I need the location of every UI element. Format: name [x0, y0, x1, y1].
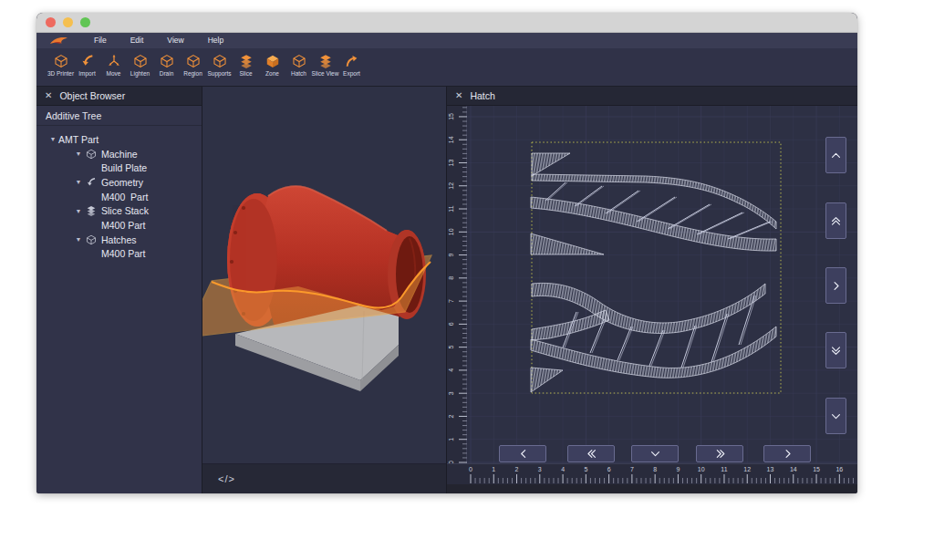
slice-view-stack-icon	[318, 53, 333, 68]
svg-text:2: 2	[515, 466, 519, 472]
svg-text:9: 9	[448, 254, 454, 257]
titlebar	[36, 13, 857, 33]
svg-text:12: 12	[448, 182, 454, 190]
svg-text:8: 8	[448, 276, 454, 280]
caret-down-icon[interactable]: ▼	[73, 208, 84, 214]
svg-text:13: 13	[448, 159, 454, 166]
tree-item-slice-stack[interactable]: ▼Slice Stack	[36, 203, 202, 218]
menu-item-view[interactable]: View	[155, 33, 195, 48]
caret-down-icon[interactable]: ▼	[73, 179, 84, 185]
toolbar-region-button[interactable]: Region	[180, 48, 206, 86]
drain-cube-icon	[160, 53, 174, 68]
svg-text:14: 14	[790, 466, 797, 472]
tree-item-m400-part[interactable]: M400 Part	[36, 190, 202, 204]
tree-item-geometry[interactable]: ▼Geometry	[36, 175, 202, 190]
chevron-double-left-icon	[585, 447, 598, 461]
toolbar-zone-button[interactable]: Zone	[259, 48, 285, 86]
step-left-button[interactable]	[499, 445, 546, 462]
close-window-button[interactable]	[46, 17, 56, 27]
tree-item-m400-part[interactable]: M400 Part	[36, 218, 202, 233]
step-up-button[interactable]	[825, 137, 846, 173]
jump-left-button[interactable]	[567, 445, 615, 462]
svg-text:0: 0	[469, 466, 472, 472]
svg-text:7: 7	[448, 299, 454, 303]
svg-text:11: 11	[721, 466, 727, 472]
chevron-left-icon	[516, 447, 530, 461]
tree-item-machine[interactable]: ▼Machine	[36, 147, 202, 161]
machine-cube-icon	[84, 149, 98, 160]
hatch-canvas[interactable]	[467, 106, 857, 463]
viewport-footer: </>	[202, 463, 446, 493]
close-object-browser-icon[interactable]: ✕	[45, 91, 52, 100]
supports-cube-icon	[213, 53, 227, 68]
caret-down-icon[interactable]: ▼	[73, 150, 84, 157]
svg-text:6: 6	[607, 466, 611, 472]
svg-text:16: 16	[835, 466, 843, 472]
toolbar-hatch-button[interactable]: Hatch	[285, 48, 312, 86]
toolbar: 3D PrinterImportMoveLightenDrainRegionSu…	[36, 48, 857, 87]
svg-text:9: 9	[676, 466, 680, 472]
svg-text:11: 11	[448, 205, 454, 212]
hatch-panel: ✕ Hatch 0123456789101112131415	[447, 87, 857, 493]
zoom-window-button[interactable]	[80, 17, 90, 27]
jump-right-button[interactable]	[696, 445, 743, 462]
additive-tree: ▼AMT Part▼MachineBuild Plate▼GeometryM40…	[36, 126, 202, 261]
chevron-right-icon	[781, 447, 794, 461]
svg-text:15: 15	[813, 466, 820, 472]
code-icon[interactable]: </>	[218, 473, 235, 484]
chevron-double-right-icon	[713, 447, 727, 461]
chevron-right-icon	[829, 279, 843, 293]
menu-item-help[interactable]: Help	[196, 33, 235, 48]
svg-text:4: 4	[561, 466, 565, 472]
hatch-figures	[531, 153, 776, 392]
viewport-3d[interactable]: </>	[202, 87, 447, 493]
toolbar-slice-button[interactable]: Slice	[233, 48, 259, 86]
tree-item-build-plate[interactable]: Build Plate	[36, 161, 202, 175]
svg-text:7: 7	[630, 466, 634, 472]
toolbar-drain-button[interactable]: Drain	[153, 48, 180, 86]
svg-text:10: 10	[698, 466, 705, 472]
toolbar-export-button[interactable]: Export	[338, 48, 365, 86]
3d-scene[interactable]	[202, 87, 446, 463]
chevron-double-up-icon	[829, 214, 843, 228]
caret-down-icon[interactable]: ▼	[47, 136, 58, 142]
caret-down-icon[interactable]: ▼	[73, 236, 84, 243]
hatch-cube-icon	[292, 53, 306, 68]
slice-stack-icon	[239, 53, 254, 68]
jump-down-button[interactable]	[825, 332, 846, 368]
tree-item-hatches[interactable]: ▼Hatches	[36, 233, 202, 247]
step-right-button[interactable]	[763, 445, 811, 462]
svg-text:3: 3	[538, 466, 542, 472]
step-down-button[interactable]	[631, 445, 679, 462]
hatches-cube-icon	[84, 234, 98, 245]
svg-text:2: 2	[448, 414, 454, 418]
horizontal-ruler: 012345678910111213141516	[447, 463, 857, 484]
region-cube-icon	[186, 53, 201, 68]
move-axes-icon	[107, 53, 121, 68]
step-right-button[interactable]	[825, 267, 846, 304]
app-window: FileEditViewHelp 3D PrinterImportMoveLig…	[36, 13, 857, 493]
hatch-drawing	[467, 106, 857, 463]
toolbar-supports-button[interactable]: Supports	[206, 48, 233, 86]
toolbar-move-button[interactable]: Move	[100, 48, 127, 86]
tree-item-m400-part[interactable]: M400 Part	[36, 247, 202, 262]
menu-item-edit[interactable]: Edit	[119, 33, 156, 48]
close-hatch-icon[interactable]: ✕	[455, 91, 462, 100]
svg-text:10: 10	[448, 228, 454, 235]
toolbar-slice-view-button[interactable]: Slice View	[312, 48, 338, 86]
minimize-window-button[interactable]	[63, 17, 73, 27]
svg-text:5: 5	[448, 346, 454, 349]
toolbar-lighten-button[interactable]: Lighten	[127, 48, 153, 86]
jump-up-button[interactable]	[825, 202, 846, 239]
import-arrow-icon	[80, 53, 95, 68]
step-down-button[interactable]	[825, 398, 846, 434]
menu-item-file[interactable]: File	[82, 33, 119, 48]
tree-item-amt-part[interactable]: ▼AMT Part	[36, 132, 202, 147]
toolbar-import-button[interactable]: Import	[74, 48, 100, 86]
chevron-double-down-icon	[829, 344, 843, 358]
printer-cube-icon	[54, 53, 68, 68]
svg-text:13: 13	[767, 466, 774, 472]
object-browser-title: Object Browser	[59, 90, 125, 101]
toolbar-3d-printer-button[interactable]: 3D Printer	[47, 48, 74, 86]
svg-text:1: 1	[492, 466, 495, 472]
